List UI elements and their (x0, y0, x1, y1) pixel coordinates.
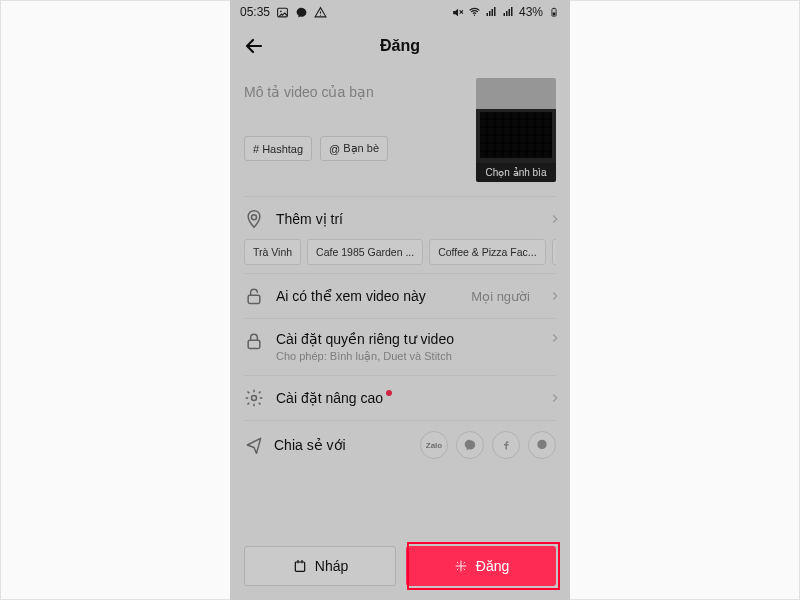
signal-icon (485, 6, 498, 19)
svg-rect-12 (506, 11, 508, 16)
unlock-icon (244, 286, 264, 306)
phone-screen: 05:35 (230, 0, 570, 600)
privacy-settings-label: Cài đặt quyền riêng tư video (276, 331, 536, 347)
location-chip[interactable]: Coffee & Pizza Fac... (429, 239, 545, 265)
location-label: Thêm vị trí (276, 211, 536, 227)
share-row: Chia sẻ với Zalo (244, 421, 556, 473)
page-title: Đăng (380, 37, 420, 55)
svg-point-3 (320, 14, 321, 15)
who-can-view-value: Mọi người (471, 289, 530, 304)
chevron-right-icon (548, 289, 556, 303)
hash-icon: # (253, 143, 259, 155)
hashtag-button[interactable]: #Hashtag (244, 136, 312, 161)
post-icon (453, 558, 469, 574)
share-label: Chia sẻ với (274, 437, 410, 453)
svg-rect-16 (552, 12, 555, 15)
chevron-right-icon (548, 331, 556, 345)
lock-icon (244, 331, 264, 351)
status-battery: 43% (519, 5, 543, 19)
chevron-right-icon (548, 391, 556, 405)
svg-point-1 (280, 10, 282, 12)
advanced-settings-row[interactable]: Cài đặt nâng cao (244, 376, 556, 420)
share-facebook[interactable] (492, 431, 520, 459)
notification-dot (386, 390, 392, 396)
who-can-view-row[interactable]: Ai có thể xem video này Mọi người (244, 274, 556, 318)
cover-thumbnail[interactable]: Chọn ảnh bìa (476, 78, 556, 182)
location-icon (244, 209, 264, 229)
share-icon (244, 435, 264, 455)
svg-rect-7 (487, 13, 489, 16)
privacy-settings-row[interactable]: Cài đặt quyền riêng tư video Cho phép: B… (244, 319, 556, 375)
chevron-right-icon (548, 212, 556, 226)
privacy-settings-sub: Cho phép: Bình luận, Duet và Stitch (276, 350, 536, 363)
at-icon: @ (329, 143, 340, 155)
svg-rect-17 (553, 8, 555, 9)
svg-rect-20 (248, 340, 260, 348)
location-chip[interactable]: Trà Vinh (244, 239, 301, 265)
status-time: 05:35 (240, 5, 270, 19)
gallery-icon (276, 6, 289, 19)
svg-rect-13 (509, 9, 511, 16)
svg-rect-14 (511, 7, 513, 16)
wifi-icon (468, 6, 481, 19)
share-chat[interactable] (528, 431, 556, 459)
svg-rect-10 (494, 7, 496, 16)
svg-rect-9 (492, 9, 494, 16)
svg-point-21 (252, 396, 257, 401)
svg-rect-8 (489, 11, 491, 16)
post-button[interactable]: Đăng (406, 546, 556, 586)
cover-label: Chọn ảnh bìa (476, 163, 556, 182)
svg-point-22 (537, 440, 546, 449)
advanced-label: Cài đặt nâng cao (276, 390, 536, 406)
mention-button[interactable]: @Bạn bè (320, 136, 388, 161)
share-zalo[interactable]: Zalo (420, 431, 448, 459)
description-input[interactable]: Mô tả video của bạn (244, 78, 466, 132)
back-button[interactable] (242, 34, 266, 58)
svg-rect-19 (248, 295, 260, 303)
mute-icon (451, 6, 464, 19)
who-can-view-label: Ai có thể xem video này (276, 288, 459, 304)
status-bar: 05:35 (230, 0, 570, 24)
svg-rect-23 (295, 562, 304, 571)
location-chip[interactable]: N (552, 239, 556, 265)
draft-icon (292, 558, 308, 574)
draft-button[interactable]: Nháp (244, 546, 396, 586)
nav-bar: Đăng (230, 24, 570, 68)
share-messenger[interactable] (456, 431, 484, 459)
gear-icon (244, 388, 264, 408)
location-chip[interactable]: Cafe 1985 Garden ... (307, 239, 423, 265)
location-chips: Trà Vinh Cafe 1985 Garden ... Coffee & P… (244, 239, 556, 265)
messenger-icon (295, 6, 308, 19)
signal-icon-2 (502, 6, 515, 19)
svg-point-18 (252, 215, 257, 220)
add-location-row[interactable]: Thêm vị trí (244, 197, 556, 241)
warning-icon (314, 6, 327, 19)
battery-icon (547, 6, 560, 19)
bottom-action-bar: Nháp Đăng (230, 536, 570, 600)
svg-point-6 (474, 15, 475, 16)
svg-rect-11 (504, 13, 506, 16)
